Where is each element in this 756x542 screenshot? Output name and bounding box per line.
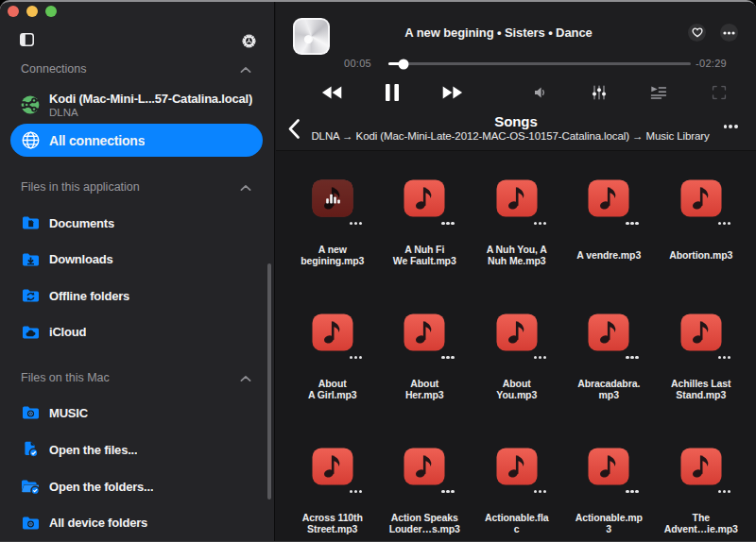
- track-more-button[interactable]: [720, 24, 738, 42]
- breadcrumb[interactable]: DLNA → Kodi (Mac-Mini-Late-2012-MAC-OS-1…: [302, 130, 718, 142]
- close-button[interactable]: [8, 6, 19, 17]
- sidebar-item-offline-folders[interactable]: Offline folders: [10, 280, 263, 311]
- documents-folder-icon: [21, 213, 40, 232]
- sidebar-item-all-device-folders[interactable]: All device folders: [10, 508, 263, 538]
- chevron-up-icon[interactable]: [240, 60, 261, 77]
- sidebar-scrollbar[interactable]: [267, 263, 271, 500]
- music-file-icon: [312, 313, 353, 351]
- eq-sliders-icon: [592, 85, 607, 100]
- file-item[interactable]: A vendre.mp3: [563, 179, 656, 313]
- seek-knob[interactable]: [399, 59, 409, 69]
- sidebar-item-downloads[interactable]: Downloads: [10, 245, 263, 275]
- section-header[interactable]: Connections: [21, 60, 261, 77]
- music-file-icon-playing: [312, 179, 353, 217]
- icloud-folder-icon: [21, 323, 40, 342]
- sidebar-item-documents[interactable]: Documents: [10, 208, 263, 238]
- file-item[interactable]: Abortion.mp3: [655, 179, 747, 313]
- offline-folders-icon: [21, 286, 40, 305]
- music-file-icon: [404, 313, 445, 351]
- file-more-button[interactable]: [441, 490, 454, 493]
- file-more-button[interactable]: [350, 356, 362, 359]
- sidebar-item-music[interactable]: MUSIC: [10, 398, 263, 428]
- music-file-icon: [496, 179, 538, 217]
- seek-bar[interactable]: [388, 62, 691, 65]
- sidebar-item-icloud[interactable]: iCloud: [10, 317, 263, 347]
- sidebar-item-open-the-folders[interactable]: Open the folders...: [10, 471, 263, 501]
- file-item[interactable]: About Her.mp3: [379, 313, 472, 448]
- minimize-button[interactable]: [26, 6, 38, 17]
- fullscreen-button[interactable]: [713, 86, 727, 100]
- file-item[interactable]: Action Speaks Louder…s.mp3: [379, 448, 472, 542]
- file-name: A Nuh You, A Nuh Me.mp3: [472, 242, 561, 268]
- file-item[interactable]: Achilles Last Stand.mp3: [655, 313, 747, 448]
- sidebar-item-kodi-mac-mini-l-57-catalina-local[interactable]: Kodi (Mac-Mini-L...57-Catalina.local)DLN…: [10, 90, 263, 120]
- file-item[interactable]: A new begining.mp3: [286, 179, 379, 313]
- file-more-button[interactable]: [441, 222, 454, 225]
- equalizer-button[interactable]: [592, 85, 607, 100]
- zoom-button[interactable]: [45, 6, 57, 17]
- sidebar-item-open-the-files[interactable]: Open the files...: [10, 434, 263, 465]
- favorite-button[interactable]: [688, 24, 706, 42]
- pause-button[interactable]: [385, 84, 400, 102]
- section-label: Files in this application: [21, 180, 140, 194]
- music-file-icon: [588, 179, 629, 217]
- file-item[interactable]: Across 110th Street.mp3: [286, 448, 379, 542]
- pause-icon: [385, 84, 400, 102]
- file-item[interactable]: Abracadabra. mp3: [563, 313, 656, 448]
- section-header[interactable]: Files in this application: [21, 178, 261, 195]
- volume-button[interactable]: [534, 87, 547, 99]
- file-more-button[interactable]: [718, 490, 730, 493]
- settings-button[interactable]: [240, 32, 257, 49]
- file-name: About Her.mp3: [381, 376, 470, 402]
- file-more-button[interactable]: [534, 356, 546, 359]
- device-folders-icon: [21, 514, 40, 533]
- file-more-button[interactable]: [626, 490, 638, 493]
- file-name: The Advent…ie.mp3: [657, 510, 746, 536]
- queue-button[interactable]: [651, 86, 667, 99]
- file-name: About A Girl.mp3: [288, 376, 377, 402]
- file-more-button[interactable]: [626, 222, 638, 225]
- globe-icon: [21, 131, 40, 150]
- file-more-button[interactable]: [626, 356, 638, 359]
- file-more-button[interactable]: [534, 222, 546, 225]
- music-file-icon: [496, 313, 538, 351]
- file-name: A vendre.mp3: [565, 242, 654, 268]
- forward-button[interactable]: [442, 86, 463, 100]
- file-item[interactable]: The Advent…ie.mp3: [655, 448, 747, 542]
- file-more-button[interactable]: [350, 222, 362, 225]
- file-more-button[interactable]: [350, 490, 362, 493]
- rewind-button[interactable]: [321, 86, 342, 100]
- elapsed-time: 00:05: [333, 58, 371, 69]
- file-more-button[interactable]: [718, 222, 730, 225]
- browse-title: Songs: [276, 113, 756, 129]
- speaker-icon: [534, 87, 547, 99]
- file-item[interactable]: About A Girl.mp3: [286, 313, 379, 448]
- sidebar-toggle-button[interactable]: [18, 31, 35, 48]
- chevron-up-icon[interactable]: [240, 369, 261, 386]
- section-label: Files on this Mac: [21, 371, 110, 384]
- file-more-button[interactable]: [441, 356, 454, 359]
- file-name: Action Speaks Louder…s.mp3: [381, 510, 470, 536]
- section-header[interactable]: Files on this Mac: [21, 369, 261, 386]
- file-item[interactable]: A Nuh You, A Nuh Me.mp3: [471, 179, 563, 313]
- file-item[interactable]: A Nuh Fi We Fault.mp3: [379, 179, 472, 313]
- music-file-icon: [312, 448, 353, 485]
- music-file-icon: [588, 313, 629, 351]
- fast-forward-icon: [442, 86, 463, 100]
- chevron-up-icon[interactable]: [240, 178, 261, 195]
- file-item[interactable]: Actionable.mp 3: [563, 448, 656, 542]
- file-more-button[interactable]: [718, 356, 730, 359]
- sidebar-item-label: Documents: [49, 216, 114, 230]
- traffic-lights: [8, 6, 57, 17]
- file-grid: A new begining.mp3A Nuh Fi We Fault.mp3A…: [276, 152, 756, 541]
- sidebar-item-label: MUSIC: [49, 406, 88, 420]
- file-item[interactable]: About You.mp3: [471, 313, 563, 448]
- player-panel: A new begining • Sisters • Dance 00:05 -…: [276, 2, 756, 151]
- file-more-button[interactable]: [534, 490, 546, 493]
- browse-more-button[interactable]: [724, 125, 738, 128]
- sidebar-item-all-connections[interactable]: All connections: [10, 124, 263, 157]
- sidebar-item-label: Kodi (Mac-Mini-L...57-Catalina.local): [49, 92, 252, 106]
- file-item[interactable]: Actionable.fla c: [471, 448, 563, 542]
- sidebar-item-subtitle: DLNA: [49, 107, 252, 118]
- file-name: Abortion.mp3: [657, 242, 746, 268]
